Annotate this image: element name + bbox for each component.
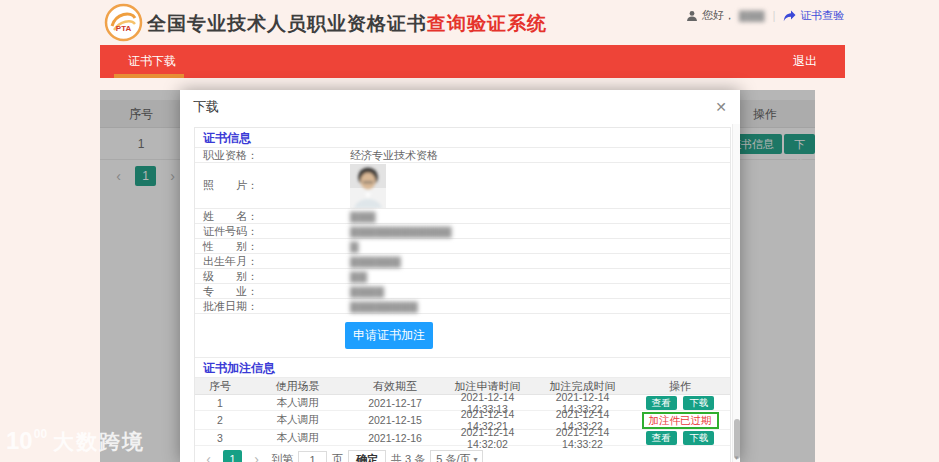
- jump-label: 到第: [271, 452, 293, 462]
- portrait-photo: [350, 164, 386, 208]
- col-seq: 序号: [195, 379, 245, 394]
- download-button[interactable]: 下载: [683, 431, 714, 445]
- field-value-redacted: ▇▇▇▇▇▇: [350, 255, 730, 268]
- watermark-text: 大数跨境: [53, 429, 145, 455]
- field-label: 出生年月：: [195, 254, 350, 269]
- field-row-approve-date: 批准日期： ▇▇▇▇▇▇▇▇: [195, 299, 730, 314]
- field-label: 证件号码：: [195, 224, 350, 239]
- field-value-redacted: ▇▇: [350, 270, 730, 283]
- cell-seq: 3: [195, 432, 245, 444]
- apply-annotation-button[interactable]: 申请证书加注: [345, 322, 433, 349]
- field-row-name: 姓 名： ▇▇▇: [195, 209, 730, 224]
- prev-page-button[interactable]: ‹: [199, 450, 218, 462]
- watermark: 10 00 大数跨境: [6, 429, 145, 455]
- cell-completed-at: 2021-12-14 14:33:22: [535, 426, 630, 450]
- cell-seq: 1: [195, 397, 245, 409]
- view-button[interactable]: 查看: [646, 431, 677, 445]
- page-header: PTA 全国专业技术人员职业资格证书查询验证系统 您好， ▇▇▇ ｜ 证书查验: [0, 0, 939, 45]
- col-valid-until: 有效期至: [350, 379, 440, 394]
- field-row-birth: 出生年月： ▇▇▇▇▇▇: [195, 254, 730, 269]
- watermark-logo-sup: 00: [34, 428, 47, 440]
- greeting-text: 您好，: [702, 8, 735, 23]
- field-value-redacted: ▇: [350, 240, 730, 253]
- cell-valid-until: 2021-12-16: [350, 432, 440, 444]
- page-title: 全国专业技术人员职业资格证书查询验证系统: [147, 11, 547, 37]
- username-redacted: ▇▇▇: [739, 9, 764, 22]
- per-page-select[interactable]: 5 条/页 ▾: [430, 450, 483, 462]
- user-icon: [686, 10, 698, 22]
- download-button[interactable]: 下载: [683, 396, 714, 410]
- modal-scrollbar[interactable]: ▾: [732, 124, 740, 462]
- watermark-logo: 10: [6, 429, 33, 453]
- table-row: 3 本人调用 2021-12-16 2021-12-14 14:32:02 20…: [195, 430, 730, 446]
- field-value-redacted: ▇▇▇▇▇▇▇▇▇▇▇▇: [350, 225, 730, 238]
- field-row-qualification: 职业资格： 经济专业技术资格: [195, 148, 730, 163]
- dialog-title: 下载: [193, 98, 219, 116]
- field-label: 级 别：: [195, 269, 350, 284]
- divider: ｜: [768, 8, 779, 23]
- pta-logo-icon: PTA: [104, 3, 143, 42]
- svg-text:PTA: PTA: [116, 24, 132, 33]
- dialog-body: 证书信息 职业资格： 经济专业技术资格 照 片：: [194, 127, 731, 462]
- download-dialog: 下载 ✕ 证书信息 职业资格： 经济专业技术资格 照 片：: [180, 90, 740, 462]
- active-tab-underline: [114, 74, 184, 78]
- apply-row: 申请证书加注: [195, 314, 730, 358]
- page-title-main: 全国专业技术人员职业资格证书: [147, 13, 427, 34]
- dialog-header: 下载 ✕: [180, 90, 740, 124]
- expired-status-badge: 加注件已过期: [642, 412, 719, 429]
- col-scene: 使用场景: [245, 379, 350, 394]
- cell-actions: 查看 下载: [630, 396, 730, 410]
- annotation-section-title: 证书加注信息: [195, 358, 730, 378]
- cell-actions: 查看 下载: [630, 431, 730, 445]
- next-page-button[interactable]: ›: [247, 450, 266, 462]
- tab-cert-download[interactable]: 证书下载: [128, 45, 176, 78]
- tab-cert-download-label: 证书下载: [128, 53, 176, 70]
- field-value-redacted: ▇▇▇: [350, 210, 730, 223]
- cell-valid-until: 2021-12-15: [350, 414, 440, 426]
- page-title-accent: 查询验证系统: [427, 13, 547, 34]
- share-arrow-icon: [783, 10, 796, 22]
- main-navbar: 证书下载 退出: [100, 45, 845, 78]
- total-count: 共 3 条: [391, 452, 425, 462]
- confirm-jump-button[interactable]: 确定: [348, 450, 386, 462]
- user-bar: 您好， ▇▇▇ ｜ 证书查验: [686, 8, 844, 23]
- cert-info-section-title: 证书信息: [195, 128, 730, 148]
- cert-verify-link[interactable]: 证书查验: [800, 8, 844, 23]
- jump-page-input[interactable]: [298, 451, 327, 462]
- field-row-level: 级 别： ▇▇: [195, 269, 730, 284]
- logout-button[interactable]: 退出: [793, 53, 817, 70]
- field-value: [350, 164, 730, 208]
- close-icon[interactable]: ✕: [715, 99, 727, 115]
- field-row-major: 专 业： ▇▇▇▇: [195, 284, 730, 299]
- field-label: 职业资格：: [195, 148, 350, 163]
- field-value-redacted: ▇▇▇▇: [350, 285, 730, 298]
- field-label: 姓 名：: [195, 209, 350, 224]
- jump-unit: 页: [332, 452, 343, 462]
- field-row-photo: 照 片：: [195, 163, 730, 209]
- scrollbar-thumb[interactable]: [734, 419, 740, 459]
- cell-actions: 加注件已过期: [630, 412, 730, 429]
- field-row-id-number: 证件号码： ▇▇▇▇▇▇▇▇▇▇▇▇: [195, 224, 730, 239]
- view-button[interactable]: 查看: [646, 396, 677, 410]
- field-label: 照 片：: [195, 178, 350, 193]
- per-page-value: 5 条/页: [436, 452, 470, 462]
- field-value: 经济专业技术资格: [350, 148, 730, 163]
- scrollbar-down-icon[interactable]: ▾: [733, 454, 740, 462]
- field-label: 性 别：: [195, 239, 350, 254]
- cell-applied-at: 2021-12-14 14:32:02: [440, 426, 535, 450]
- cell-scene: 本人调用: [245, 431, 350, 445]
- col-action: 操作: [630, 379, 730, 394]
- cell-scene: 本人调用: [245, 413, 350, 427]
- cell-seq: 2: [195, 414, 245, 426]
- field-label: 专 业：: [195, 284, 350, 299]
- cell-valid-until: 2021-12-17: [350, 397, 440, 409]
- field-row-gender: 性 别： ▇: [195, 239, 730, 254]
- field-value-redacted: ▇▇▇▇▇▇▇▇: [350, 300, 730, 313]
- cell-scene: 本人调用: [245, 396, 350, 410]
- chevron-down-icon: ▾: [473, 455, 477, 462]
- page-1-button[interactable]: 1: [223, 450, 242, 462]
- field-label: 批准日期：: [195, 299, 350, 314]
